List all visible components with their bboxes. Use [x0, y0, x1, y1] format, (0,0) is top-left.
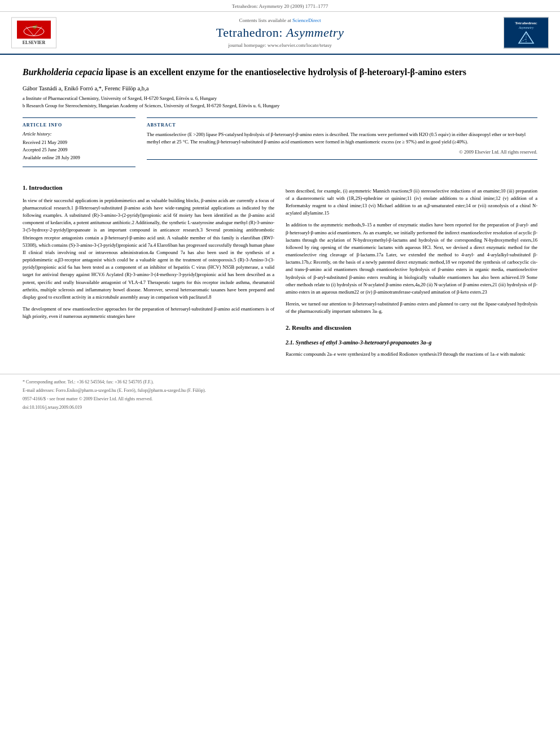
sciencedirect-link[interactable]: ScienceDirect	[292, 18, 321, 23]
footer-doi: doi:10.1016/j.tetasy.2009.06.019	[23, 404, 537, 412]
intro-para5: Herein, we turned our attention to β-het…	[286, 300, 537, 315]
body-col-right: been described, for example, (i) asymmet…	[286, 175, 537, 362]
copyright-line: © 2009 Elsevier Ltd. All rights reserved…	[147, 149, 537, 155]
journal-banner: 🌿 ELSEVIER Contents lists available at S…	[0, 12, 560, 55]
intro-para1: In view of their successful applications…	[23, 197, 274, 301]
journal-title: Tetrahedron: Asymmetry	[216, 25, 344, 40]
affiliations: a Institute of Pharmaceutical Chemistry,…	[23, 95, 537, 110]
section1-heading: 1. Introduction	[23, 183, 274, 193]
elsevier-logo: 🌿 ELSEVIER	[11, 18, 56, 49]
footer-note1: * Corresponding author. Tel.: +36 62 545…	[23, 379, 537, 386]
authors-line: Gábor Tasnádi a, Enikő Forró a,*, Ferenc…	[23, 85, 537, 91]
info-abstract-row: ARTICLE INFO Article history: Received 2…	[23, 117, 537, 167]
footer-copyright: 0957-4166/$ - see front matter © 2009 El…	[23, 396, 537, 403]
homepage-line: journal homepage: www.elsevier.com/locat…	[216, 42, 344, 48]
journal-center: Contents lists available at ScienceDirec…	[216, 18, 344, 48]
history-label: Article history:	[23, 131, 135, 137]
abstract-text: The enantioselective (E >200) lipase PS-…	[147, 131, 537, 146]
available-date: Available online 28 July 2009	[23, 154, 135, 162]
tetrahedron-icon	[518, 31, 535, 45]
contents-line: Contents lists available at ScienceDirec…	[216, 18, 344, 23]
accepted-date: Accepted 25 June 2009	[23, 146, 135, 154]
section2-para1: Racemic compounds 2a–e were synthesized …	[286, 351, 537, 358]
received-date: Received 21 May 2009	[23, 139, 135, 147]
article-info-box: ARTICLE INFO Article history: Received 2…	[23, 117, 135, 167]
article-info-title: ARTICLE INFO	[23, 123, 135, 128]
top-citation: Tetrahedron: Asymmetry 20 (2009) 1771–17…	[0, 0, 560, 12]
intro-para2: The development of new enantioselective …	[23, 305, 274, 320]
footer-note2: E-mail addresses: Forro.Eniko@pharm.u-sz…	[23, 387, 537, 395]
tetrahedron-title: Tetrahedron:	[515, 20, 537, 25]
tetrahedron-logo: Tetrahedron: Asymmetry	[504, 18, 549, 49]
elsevier-image: 🌿	[17, 21, 51, 39]
article-title: Burkholderia cepacia lipase is an excell…	[23, 66, 537, 78]
affiliation-b: b Research Group for Stereochemistry, Hu…	[23, 102, 537, 110]
abstract-title: ABSTRACT	[147, 123, 537, 128]
section2-1-heading: 2.1. Syntheses of ethyl 3-amino-3-hetero…	[286, 338, 537, 347]
intro-para4: In addition to the asymmetric methods,9–…	[286, 221, 537, 296]
abstract-box: ABSTRACT The enantioselective (E >200) l…	[147, 117, 537, 160]
page-footer: * Corresponding author. Tel.: +36 62 545…	[0, 374, 560, 416]
body-col-left: 1. Introduction In view of their success…	[23, 175, 274, 362]
article-info-col: ARTICLE INFO Article history: Received 2…	[23, 117, 135, 167]
tetrahedron-subtitle: Asymmetry	[519, 26, 534, 29]
intro-para3: been described, for example, (i) asymmet…	[286, 187, 537, 217]
affiliation-a: a Institute of Pharmaceutical Chemistry,…	[23, 95, 537, 102]
main-content: Burkholderia cepacia lipase is an excell…	[0, 55, 560, 374]
body-content: 1. Introduction In view of their success…	[23, 175, 537, 362]
elsevier-text-label: ELSEVIER	[23, 40, 45, 45]
section2-heading: 2. Results and discussion	[286, 323, 537, 333]
abstract-col: ABSTRACT The enantioselective (E >200) l…	[147, 117, 537, 167]
